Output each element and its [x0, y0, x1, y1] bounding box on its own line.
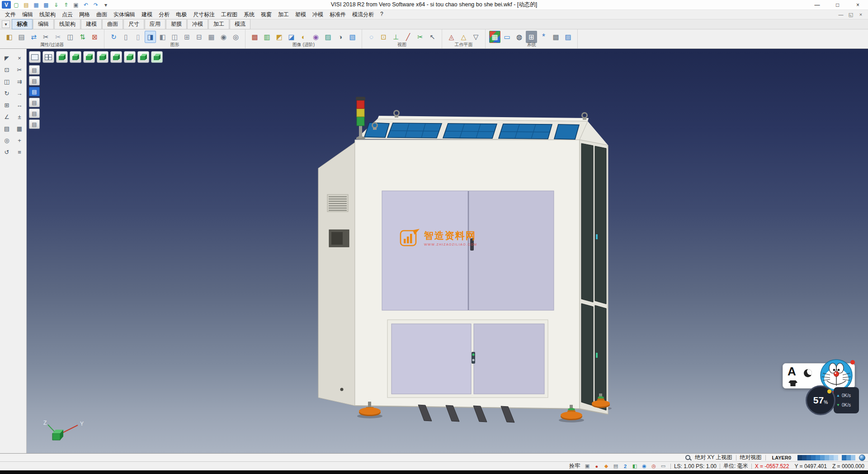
- tab-mold[interactable]: 塑膜: [166, 19, 187, 29]
- page-pair-icon[interactable]: ⊞: [181, 31, 193, 43]
- select-arrow-icon[interactable]: ◤: [1, 52, 13, 63]
- view-page-icon[interactable]: ▯: [132, 31, 144, 43]
- view-back-icon[interactable]: [97, 51, 108, 63]
- view-section-icon[interactable]: ╱: [402, 31, 414, 43]
- eye-status-icon[interactable]: ◉: [640, 463, 648, 470]
- new-file-icon[interactable]: ▢: [12, 1, 21, 9]
- layers-icon[interactable]: ▤: [1, 123, 13, 134]
- offset-icon[interactable]: ⇉: [14, 76, 25, 87]
- mdi-minimize-button[interactable]: —: [837, 12, 844, 18]
- tab-dimension[interactable]: 尺寸: [123, 19, 144, 29]
- view-mode2-label[interactable]: 绝对视图: [740, 454, 762, 461]
- view-clip-icon[interactable]: ✂: [415, 31, 426, 43]
- menu-item[interactable]: 加工: [275, 10, 292, 19]
- snap-icon[interactable]: ◎: [1, 135, 13, 146]
- dimension-icon[interactable]: ±: [14, 111, 25, 122]
- menu-item[interactable]: 尺寸标注: [190, 10, 218, 19]
- menu-item[interactable]: 工程图: [218, 10, 241, 19]
- workplane-active-icon[interactable]: ▤: [29, 87, 40, 96]
- pan-icon[interactable]: +: [14, 135, 25, 146]
- visi-logo-icon[interactable]: V: [2, 1, 11, 9]
- attribute-edit-icon[interactable]: ◧: [4, 31, 15, 43]
- open-file-icon[interactable]: ▤: [22, 1, 31, 9]
- attribute-copy-icon[interactable]: ◫: [65, 31, 76, 43]
- attribute-delete-icon[interactable]: ⊠: [89, 31, 100, 43]
- attribute-page-icon[interactable]: ▤: [16, 31, 27, 43]
- minimize-button[interactable]: —: [807, 0, 827, 9]
- export-icon[interactable]: ⇑: [61, 1, 71, 9]
- tab-application[interactable]: 应用: [145, 19, 165, 29]
- workplane-view-icon[interactable]: ▤: [29, 109, 40, 118]
- lighting-icon[interactable]: ◐: [298, 31, 309, 43]
- attribute-transfer-icon[interactable]: ⇅: [77, 31, 88, 43]
- capture-status-icon[interactable]: ▣: [583, 463, 591, 470]
- target-mode-icon[interactable]: ◉: [218, 31, 229, 43]
- menu-item[interactable]: 实体编辑: [110, 10, 138, 19]
- background-icon[interactable]: ▧: [347, 31, 358, 43]
- menu-item[interactable]: 分析: [156, 10, 173, 19]
- snapshot-icon[interactable]: ◪: [286, 31, 297, 43]
- redo-icon[interactable]: ↷: [91, 1, 100, 9]
- menu-item[interactable]: ?: [377, 10, 387, 19]
- workplane-create-icon[interactable]: ◬: [446, 31, 457, 43]
- menu-item[interactable]: 冲模: [309, 10, 326, 19]
- tab-die[interactable]: 冲模: [187, 19, 208, 29]
- view-top-icon[interactable]: [70, 51, 81, 63]
- matrix-settings-icon[interactable]: ▩: [550, 31, 561, 43]
- workplane-user-icon[interactable]: ▤: [29, 98, 40, 107]
- globe-status-icon[interactable]: [859, 455, 865, 461]
- import-icon[interactable]: ⇓: [52, 1, 61, 9]
- wireframe-mode-icon[interactable]: ◧: [157, 31, 168, 43]
- flame-status-icon[interactable]: ◆: [602, 463, 610, 470]
- settings-icon[interactable]: ≡: [14, 147, 25, 157]
- workplane-reset-icon[interactable]: ▽: [470, 31, 481, 43]
- tab-wireframe[interactable]: 线架构: [54, 19, 80, 29]
- menu-item[interactable]: 线架构: [36, 10, 59, 19]
- measure-icon[interactable]: ∠: [1, 111, 13, 122]
- save-all-icon[interactable]: ▩: [42, 1, 51, 9]
- workplane-align-icon[interactable]: △: [458, 31, 469, 43]
- grid-mode-icon[interactable]: ▦: [206, 31, 217, 43]
- display-settings-icon[interactable]: ▭: [501, 31, 513, 43]
- workplane-world-icon[interactable]: ▤: [29, 65, 40, 75]
- menu-item[interactable]: 标准件: [326, 10, 349, 19]
- orbit-icon[interactable]: ↺: [1, 147, 13, 157]
- texture-icon[interactable]: ▨: [322, 31, 334, 43]
- view-origin-icon[interactable]: ↖: [427, 31, 438, 43]
- tab-standard[interactable]: 标准: [12, 19, 33, 29]
- regen-graphics-icon[interactable]: ↻: [108, 31, 119, 43]
- menu-item[interactable]: 点云: [59, 10, 76, 19]
- viewport-quad-icon[interactable]: [42, 51, 54, 63]
- tab-flow[interactable]: 模流: [230, 19, 250, 29]
- menu-item[interactable]: 模流分析: [349, 10, 377, 19]
- menu-item[interactable]: 系统: [241, 10, 258, 19]
- tab-edit[interactable]: 编辑: [33, 19, 54, 29]
- zoom-box-icon[interactable]: ⊡: [1, 64, 13, 75]
- speed-pill[interactable]: ▲ 0K/s ▼ 0K/s: [834, 387, 859, 413]
- help-status-icon[interactable]: 2: [621, 463, 629, 470]
- material-icon[interactable]: ◉: [310, 31, 321, 43]
- mdi-close-button[interactable]: ×: [857, 12, 864, 18]
- target-status-icon[interactable]: ◎: [650, 463, 658, 470]
- zoom-all-icon[interactable]: ◌: [366, 31, 377, 43]
- layers-settings-icon[interactable]: ▨: [562, 31, 574, 43]
- menu-item[interactable]: 曲面: [93, 10, 110, 19]
- attribute-swap-icon[interactable]: ⇄: [28, 31, 39, 43]
- color-settings-icon[interactable]: ▦: [489, 31, 500, 43]
- delete-icon[interactable]: ×: [14, 52, 25, 63]
- close-button[interactable]: ×: [848, 0, 868, 9]
- quick-menu-icon[interactable]: ▾: [101, 1, 110, 9]
- workplane-front-icon[interactable]: ▤: [29, 76, 40, 85]
- copy-icon[interactable]: ⊞: [1, 100, 13, 110]
- menu-item[interactable]: 塑模: [292, 10, 309, 19]
- layers-status-icon[interactable]: ▤: [612, 463, 620, 470]
- tab-dropdown-icon[interactable]: ▾: [2, 20, 10, 28]
- view-normal-icon[interactable]: ⊥: [390, 31, 401, 43]
- workplane-store-icon[interactable]: ▤: [29, 119, 40, 129]
- move-icon[interactable]: →: [14, 88, 25, 99]
- viewport-3d[interactable]: [27, 49, 868, 453]
- hidden-line-icon[interactable]: ◫: [169, 31, 180, 43]
- view-mode-label[interactable]: 绝对 XY 上视图: [695, 454, 732, 461]
- maximize-button[interactable]: □: [827, 0, 848, 9]
- tab-modeling[interactable]: 建模: [81, 19, 102, 29]
